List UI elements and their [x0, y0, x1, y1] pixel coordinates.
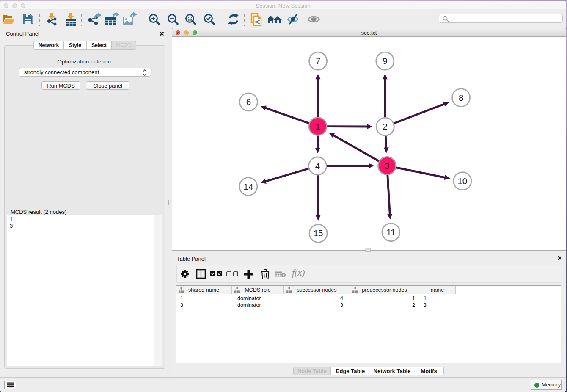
svg-text:10: 10 [457, 176, 467, 186]
svg-text:14: 14 [243, 182, 253, 191]
svg-text:1: 1 [315, 121, 320, 131]
svg-text:3: 3 [385, 161, 389, 171]
svg-text:15: 15 [314, 228, 323, 238]
svg-text:2: 2 [383, 121, 388, 131]
svg-text:4: 4 [315, 161, 320, 171]
svg-text:7: 7 [316, 56, 320, 66]
svg-text:9: 9 [383, 56, 387, 66]
svg-text:11: 11 [386, 227, 395, 237]
svg-text:6: 6 [246, 97, 251, 107]
svg-text:8: 8 [459, 93, 463, 102]
